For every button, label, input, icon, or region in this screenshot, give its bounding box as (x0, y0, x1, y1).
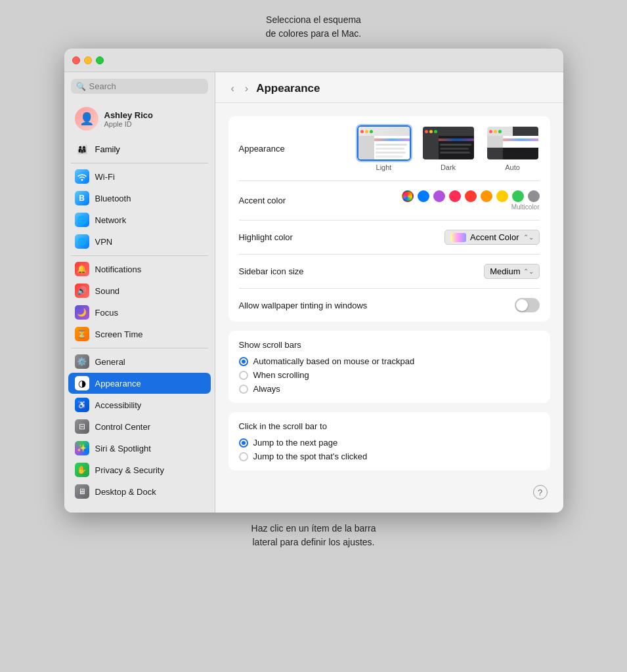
sidebar-label-sound: Sound (95, 286, 120, 296)
scroll-auto-option[interactable]: Automatically based on mouse or trackpad (239, 356, 540, 366)
panel-header: ‹ › Appearance (215, 72, 563, 103)
sidebar-item-screentime[interactable]: ⏳ Screen Time (68, 324, 211, 345)
scroll-always-option[interactable]: Always (239, 384, 540, 394)
desktop-icon: 🖥 (75, 484, 89, 499)
click-clicked-radio[interactable] (239, 452, 248, 461)
appearance-row: Appearance (239, 116, 540, 181)
scroll-always-label: Always (253, 384, 280, 394)
network-icon: 🌐 (75, 213, 89, 227)
scroll-scrolling-radio[interactable] (239, 371, 248, 380)
sidebar-label-general: General (95, 357, 125, 367)
sidebar-item-accessibility[interactable]: ♿ Accessibility (68, 394, 211, 415)
notifications-icon: 🔔 (75, 262, 89, 276)
profile-item[interactable]: 👤 Ashley Rico Apple ID (68, 102, 211, 136)
sidebar-item-siri[interactable]: ✨ Siri & Spotlight (68, 438, 211, 459)
maximize-button[interactable] (96, 56, 104, 64)
appearance-light-option[interactable]: Light (357, 125, 411, 171)
click-nextpage-radio[interactable] (239, 438, 248, 448)
sidebar-item-family[interactable]: 👨‍👩‍👧 Family (68, 138, 211, 159)
click-nextpage-label: Jump to the next page (253, 438, 338, 448)
back-button[interactable]: ‹ (228, 81, 237, 96)
sidebar-item-appearance[interactable]: ◑ Appearance (68, 373, 211, 394)
wifi-icon (75, 169, 89, 184)
accent-purple[interactable] (433, 190, 445, 202)
general-icon: ⚙️ (75, 354, 89, 369)
accent-pink[interactable] (449, 190, 461, 202)
auto-label: Auto (505, 163, 520, 171)
forward-button[interactable]: › (242, 81, 251, 96)
accent-yellow[interactable] (496, 190, 508, 202)
siri-icon: ✨ (75, 441, 89, 455)
sidebar-item-vpn[interactable]: 🌐 VPN (68, 231, 211, 252)
accent-multicolor[interactable] (402, 190, 414, 202)
help-button[interactable]: ? (533, 485, 548, 499)
family-label: Family (95, 144, 120, 154)
highlight-value: Accent Color (470, 232, 519, 242)
accent-red[interactable] (465, 190, 477, 202)
sidebar-label-privacy: Privacy & Security (95, 465, 164, 475)
sidebar-label-desktop: Desktop & Dock (95, 487, 156, 497)
sidebar-item-privacy[interactable]: ✋ Privacy & Security (68, 459, 211, 480)
sidebar-label-siri: Siri & Spotlight (95, 444, 151, 453)
scroll-bars-title: Show scroll bars (239, 340, 540, 350)
accent-green[interactable] (512, 190, 524, 202)
click-clicked-option[interactable]: Jump to the spot that's clicked (239, 452, 540, 461)
close-button[interactable] (72, 56, 80, 64)
scroll-scrolling-option[interactable]: When scrolling (239, 370, 540, 380)
scroll-always-radio[interactable] (239, 385, 248, 394)
controlcenter-icon: ⊟ (75, 419, 89, 434)
search-icon: 🔍 (76, 82, 86, 91)
scroll-auto-radio[interactable] (239, 357, 248, 366)
appearance-setting-label: Appearance (239, 144, 285, 154)
sidebar-label-appearance: Appearance (95, 379, 141, 388)
bluetooth-icon: B (75, 191, 89, 205)
highlight-color-label: Highlight color (239, 232, 293, 242)
accessibility-icon: ♿ (75, 398, 89, 412)
sidebar-item-desktop[interactable]: 🖥 Desktop & Dock (68, 481, 211, 502)
sidebar-label-wifi: Wi-Fi (95, 172, 115, 182)
appearance-auto-option[interactable]: Auto (486, 125, 540, 171)
sidebar-item-sound[interactable]: 🔊 Sound (68, 280, 211, 301)
appearance-dark-option[interactable]: Dark (422, 125, 475, 171)
vpn-icon: 🌐 (75, 234, 89, 249)
sidebar-item-network[interactable]: 🌐 Network (68, 209, 211, 230)
sidebar-icon-size-control[interactable]: Medium ⌃⌄ (484, 264, 539, 279)
wallpaper-tinting-toggle[interactable] (515, 298, 540, 312)
sidebar-item-general[interactable]: ⚙️ General (68, 351, 211, 372)
family-avatar-icon: 👨‍👩‍👧 (75, 142, 89, 156)
click-nextpage-option[interactable]: Jump to the next page (239, 438, 540, 448)
sidebar-divider-2 (71, 255, 208, 256)
sidebar-label-screentime: Screen Time (95, 329, 143, 339)
scroll-bars-section: Show scroll bars Automatically based on … (228, 331, 550, 403)
accent-dots (402, 190, 540, 202)
panel-title: Appearance (256, 82, 320, 95)
auto-thumb (486, 125, 540, 161)
avatar: 👤 (75, 107, 98, 131)
dark-thumb (422, 125, 475, 161)
sidebar-icon-size-chevron: ⌃⌄ (523, 268, 534, 275)
highlight-color-control[interactable]: Accent Color ⌃⌄ (444, 230, 539, 245)
sidebar-item-controlcenter[interactable]: ⊟ Control Center (68, 416, 211, 437)
accent-sublabel: Multicolor (511, 203, 540, 211)
sidebar-icon-size-label: Sidebar icon size (239, 266, 304, 276)
sidebar-label-focus: Focus (95, 308, 118, 318)
sidebar-item-notifications[interactable]: 🔔 Notifications (68, 259, 211, 280)
privacy-icon: ✋ (75, 463, 89, 477)
sidebar-item-bluetooth[interactable]: B Bluetooth (68, 188, 211, 209)
sidebar-item-focus[interactable]: 🌙 Focus (68, 302, 211, 323)
accent-orange[interactable] (481, 190, 492, 202)
accent-colors-control: Multicolor (402, 190, 540, 211)
sidebar-label-notifications: Notifications (95, 264, 142, 274)
tooltip-top: Selecciona el esquemade colores para el … (266, 13, 362, 41)
scroll-scrolling-label: When scrolling (253, 370, 309, 380)
click-scroll-title: Click in the scroll bar to (239, 421, 540, 431)
sidebar-item-wifi[interactable]: Wi-Fi (68, 166, 211, 187)
accent-blue[interactable] (418, 190, 429, 202)
search-bar[interactable]: 🔍 (71, 79, 208, 94)
search-input[interactable] (89, 81, 203, 91)
minimize-button[interactable] (84, 56, 92, 64)
accent-graphite[interactable] (528, 190, 540, 202)
highlight-chevron-icon: ⌃⌄ (523, 234, 534, 241)
wallpaper-tinting-row: Allow wallpaper tinting in windows (239, 289, 540, 322)
sidebar-label-network: Network (95, 215, 127, 225)
